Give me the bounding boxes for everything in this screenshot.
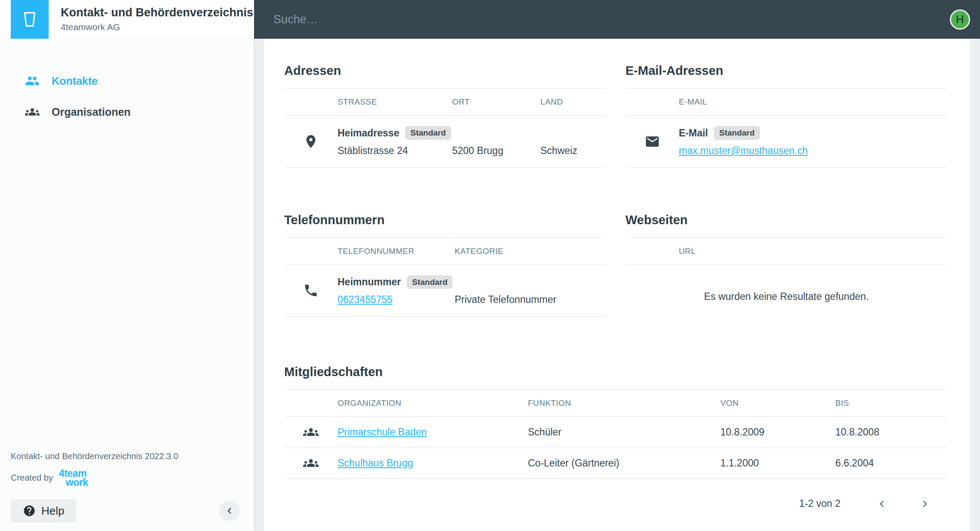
column-header-funktion: FUNKTION (528, 398, 720, 408)
addresses-table: STRASSE ORT LAND Heimadresse Standard (284, 88, 606, 168)
address-city: 5200 Brugg (452, 145, 540, 157)
topbar: H (254, 0, 980, 39)
standard-badge: Standard (714, 126, 760, 140)
table-row: Schulhaus Brugg Co-Leiter (Gärtnerei) 1.… (284, 448, 947, 479)
section-title: Mitgliedschaften (284, 365, 947, 379)
column-header-bis: BIS (835, 398, 947, 408)
section-email-adressen: E-Mail-Adressen E-MAIL E-Mail St (626, 64, 948, 168)
section-title: Telefonnummern (284, 213, 606, 227)
membership-funktion: Co-Leiter (Gärtnerei) (528, 457, 720, 469)
organization-link[interactable]: Schulhaus Brugg (338, 457, 413, 469)
address-street: Stäblistrasse 24 (338, 145, 452, 157)
section-mitgliedschaften: Mitgliedschaften ORGANIZATION FUNKTION V… (284, 365, 947, 514)
phones-table: TELEFONNUMMER KATEGORIE Heimnummer Stand… (284, 238, 606, 317)
membership-bis: 10.8.2008 (835, 426, 947, 438)
app-subtitle: 4teamwork AG (61, 22, 253, 32)
section-telefonnummern: Telefonnummern TELEFONNUMMER KATEGORIE (284, 213, 606, 320)
sidebar-item-label: Kontakte (52, 75, 98, 87)
sidebar-item-label: Organisationen (52, 106, 130, 118)
people-icon (25, 74, 40, 88)
app-version: Kontakt- und Behördenverzeichnis 2022.3.… (11, 451, 178, 461)
standard-badge: Standard (405, 126, 451, 140)
section-title: Adressen (284, 64, 606, 78)
column-header-ort: ORT (452, 97, 540, 107)
app-window: H Kontakt- und Behördenverzeichnis 4team… (0, 0, 980, 531)
table-header: STRASSE ORT LAND (284, 89, 606, 116)
pagination-prev-button[interactable] (871, 494, 892, 514)
table-row: Heimadresse Standard Stäblistrasse 24 52… (284, 116, 606, 168)
section-title: E-Mail-Adressen (626, 64, 948, 78)
main-content: Adressen STRASSE ORT LAND (264, 39, 970, 531)
content-scrollbar-left[interactable] (254, 39, 264, 531)
email-label: E-Mail (679, 127, 708, 139)
sidebar-collapse-button[interactable] (219, 500, 240, 521)
section-title: Webseiten (626, 213, 948, 227)
vendor-logo-line2: work (59, 478, 88, 487)
phone-label: Heimnummer (338, 276, 401, 288)
app-logo (11, 0, 49, 39)
groups-icon (303, 455, 319, 471)
membership-funktion: Schüler (528, 426, 720, 438)
membership-von: 10.8.2009 (720, 426, 835, 438)
help-button[interactable]: Help (11, 499, 76, 522)
pagination: 1-2 von 2 (284, 494, 947, 514)
column-header-strasse: STRASSE (338, 97, 452, 107)
groups-icon (303, 424, 319, 440)
search-input[interactable] (273, 13, 950, 26)
help-button-label: Help (41, 504, 64, 518)
pagination-next-button[interactable] (915, 494, 935, 514)
membership-von: 1.1.2000 (720, 457, 835, 469)
place-icon (303, 134, 319, 149)
phone-category: Private Telefonnummer (455, 293, 606, 306)
section-adressen: Adressen STRASSE ORT LAND (284, 64, 606, 168)
membership-bis: 6.6.2004 (835, 457, 947, 469)
table-header: TELEFONNUMMER KATEGORIE (284, 238, 606, 265)
sidebar-header: Kontakt- und Behördenverzeichnis 4teamwo… (0, 0, 254, 39)
column-header-email: E-MAIL (679, 97, 948, 107)
table-row: E-Mail Standard max.muster@musthausen.ch (626, 116, 948, 168)
column-header-von: VON (720, 398, 835, 408)
email-link[interactable]: max.muster@musthausen.ch (679, 145, 808, 156)
cup-logo-icon (20, 9, 40, 29)
groups-icon (25, 105, 40, 119)
phone-icon (303, 283, 319, 298)
page-scrollbar-right[interactable] (970, 39, 980, 531)
chevron-left-icon (875, 497, 888, 510)
sidebar-footer: Kontakt- und Behördenverzeichnis 2022.3.… (11, 451, 178, 522)
address-label: Heimadresse (338, 127, 399, 139)
pagination-range-label: 1-2 von 2 (799, 498, 840, 509)
organization-link[interactable]: Primarschule Baden (338, 426, 427, 438)
sidebar-item-kontakte[interactable]: Kontakte (0, 65, 254, 96)
memberships-table: ORGANIZATION FUNKTION VON BIS Primarschu… (284, 389, 947, 479)
table-header: URL (626, 238, 948, 265)
email-icon (645, 134, 660, 149)
table-header: E-MAIL (626, 89, 948, 116)
empty-state-message: Es wurden keine Resultate gefunden. (626, 265, 948, 320)
table-header: ORGANIZATION FUNKTION VON BIS (284, 390, 947, 417)
table-row: Primarschule Baden Schüler 10.8.2009 10.… (284, 417, 947, 448)
websites-table: URL Es wurden keine Resultate gefunden. (626, 238, 948, 320)
vendor-logo-4teamwork[interactable]: 4team work (59, 469, 88, 487)
user-avatar[interactable]: H (950, 9, 970, 30)
section-webseiten: Webseiten URL Es wurden keine Resultate … (626, 213, 948, 320)
column-header-organization: ORGANIZATION (338, 398, 528, 408)
address-country: Schweiz (540, 145, 606, 157)
column-header-kategorie: KATEGORIE (455, 247, 606, 256)
column-header-url: URL (679, 247, 948, 256)
phone-number-link[interactable]: 0623455755 (338, 294, 393, 305)
app-title: Kontakt- und Behördenverzeichnis (61, 6, 253, 19)
help-icon (23, 504, 36, 517)
emails-table: E-MAIL E-Mail Standard max.muster@mustha… (626, 88, 948, 168)
chevron-left-icon (223, 505, 236, 517)
table-row: Heimnummer Standard 0623455755 Private T… (284, 265, 606, 317)
column-header-land: LAND (540, 97, 606, 107)
column-header-telefonnummer: TELEFONNUMMER (338, 247, 455, 256)
chevron-right-icon (918, 497, 931, 510)
created-by-label: Created by (11, 473, 53, 483)
standard-badge: Standard (407, 275, 453, 289)
sidebar-item-organisationen[interactable]: Organisationen (0, 96, 254, 127)
sidebar-nav: Kontakte Organisationen (0, 65, 254, 127)
sidebar: Kontakt- und Behördenverzeichnis 4teamwo… (0, 0, 254, 531)
